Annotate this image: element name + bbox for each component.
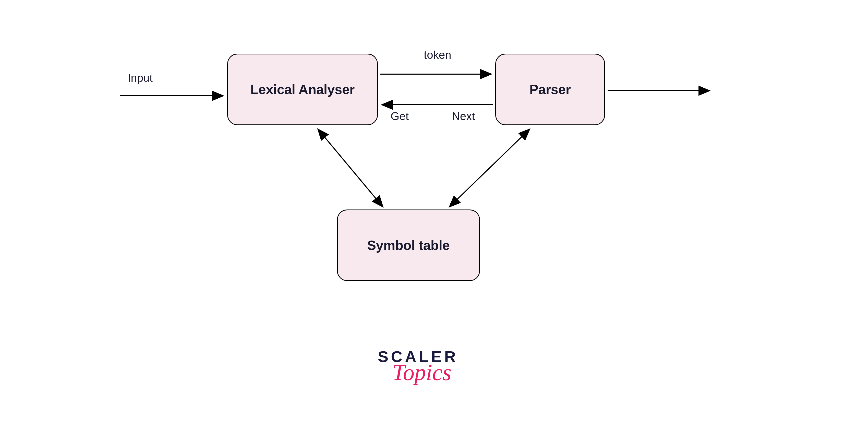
get-label: Get [391,110,409,123]
diagram-container: Lexical Analyser Parser Symbol table Inp… [0,0,868,442]
logo-sub-text: Topics [385,359,458,386]
next-label: Next [452,110,475,123]
token-label: token [424,49,452,61]
scaler-logo: SCALER Topics [378,348,458,386]
symbol-table-box: Symbol table [337,209,480,281]
svg-line-7 [449,129,530,207]
lexical-analyser-label: Lexical Analyser [250,82,355,97]
svg-line-6 [318,129,383,207]
parser-label: Parser [529,82,571,97]
symbol-table-label: Symbol table [367,238,450,253]
input-label: Input [128,71,153,84]
parser-box: Parser [495,54,605,125]
lexical-analyser-box: Lexical Analyser [227,54,378,125]
